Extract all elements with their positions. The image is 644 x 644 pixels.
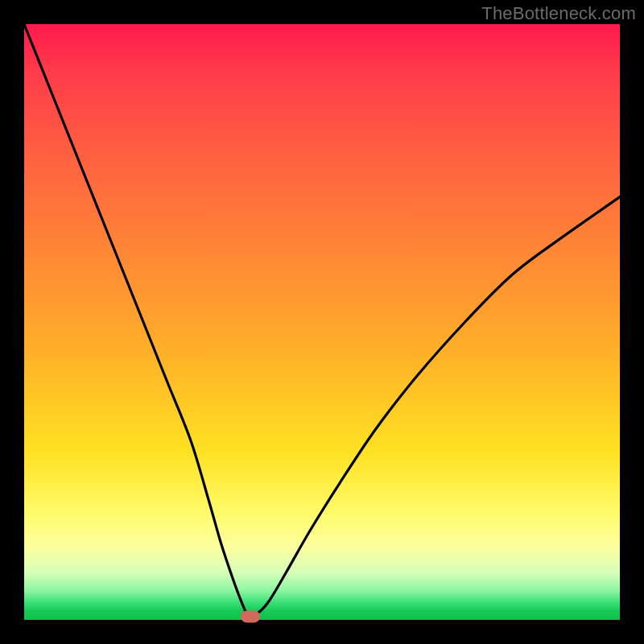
plot-area [24,24,620,620]
chart-frame: TheBottleneck.com [0,0,644,644]
optimal-marker [241,611,260,623]
watermark-text: TheBottleneck.com [481,3,636,24]
bottleneck-curve [24,24,620,620]
